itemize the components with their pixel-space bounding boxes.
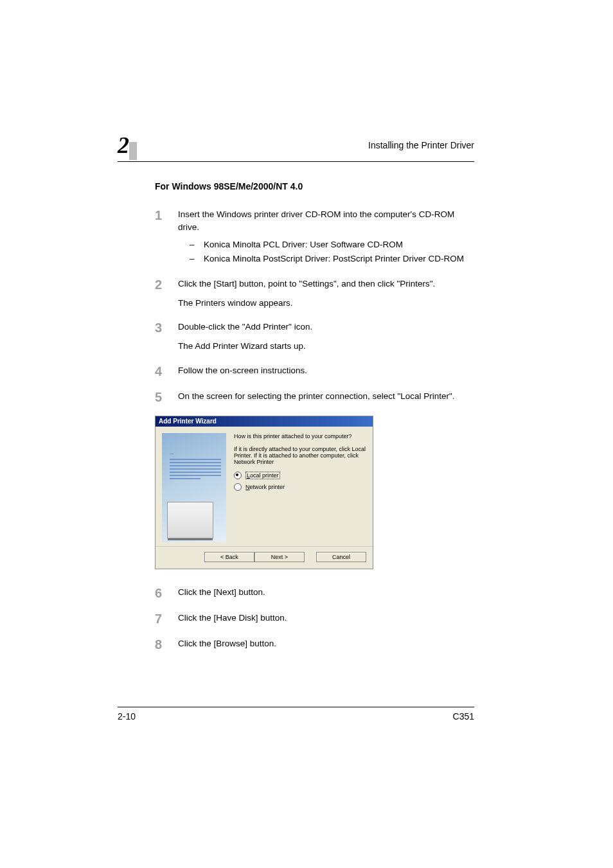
step-number: 7 <box>155 612 178 626</box>
radio-local-printer[interactable]: Local printer <box>234 472 366 479</box>
step: 6 Click the [Next] button. <box>155 586 474 600</box>
step-body: Double-click the "Add Printer" icon. The… <box>178 321 474 352</box>
step-text: Click the [Next] button. <box>178 586 474 599</box>
radio-icon <box>234 483 242 491</box>
manual-page: 2 Installing the Printer Driver For Wind… <box>0 0 613 868</box>
dash-icon: – <box>190 238 204 251</box>
step-number: 4 <box>155 364 178 378</box>
sub-item: – Konica Minolta PostScript Driver: Post… <box>190 252 474 265</box>
step-body: On the screen for selecting the printer … <box>178 390 474 404</box>
wizard-description: If it is directly attached to your compu… <box>234 446 366 465</box>
page-number: 2-10 <box>118 711 136 722</box>
sub-text: Konica Minolta PCL Driver: User Software… <box>204 238 403 251</box>
step-body: Insert the Windows printer driver CD-ROM… <box>178 208 474 266</box>
radio-label: Network printer <box>245 484 285 490</box>
step-number: 2 <box>155 278 178 309</box>
radio-network-printer[interactable]: Network printer <box>234 483 366 491</box>
sub-list: – Konica Minolta PCL Driver: User Softwa… <box>178 238 474 265</box>
step-text: Click the [Have Disk] button. <box>178 612 474 624</box>
add-printer-wizard-dialog: Add Printer Wizard — How is this printer… <box>155 416 373 569</box>
wizard-content: How is this printer attached to your com… <box>226 433 366 542</box>
sub-text: Konica Minolta PostScript Driver: PostSc… <box>204 252 464 265</box>
step-after: The Printers window appears. <box>178 297 474 310</box>
content: 2 Installing the Printer Driver For Wind… <box>118 132 474 663</box>
step-text: Double-click the "Add Printer" icon. <box>178 321 474 333</box>
wizard-footer: < Back Next > Cancel <box>155 546 373 569</box>
header-title: Installing the Printer Driver <box>368 140 474 150</box>
step-number: 5 <box>155 390 178 404</box>
step-number: 8 <box>155 637 178 651</box>
next-button[interactable]: Next > <box>254 552 305 562</box>
step-body: Follow the on-screen instructions. <box>178 364 474 378</box>
dash-icon: – <box>190 252 204 265</box>
step: 7 Click the [Have Disk] button. <box>155 612 474 626</box>
radio-label: Local printer <box>245 472 280 479</box>
step-text: Click the [Start] button, point to "Sett… <box>178 278 474 290</box>
step-text: Insert the Windows printer driver CD-ROM… <box>178 208 474 233</box>
section-title: For Windows 98SE/Me/2000/NT 4.0 <box>155 181 474 191</box>
chapter-number-shadow <box>129 142 137 160</box>
wizard-sidebar-image: — <box>162 433 226 542</box>
step-number: 3 <box>155 321 178 352</box>
step-number: 1 <box>155 208 178 266</box>
model-number: C351 <box>453 711 474 722</box>
step: 4 Follow the on-screen instructions. <box>155 364 474 378</box>
step: 2 Click the [Start] button, point to "Se… <box>155 278 474 309</box>
step-text: Follow the on-screen instructions. <box>178 364 474 377</box>
step-after: The Add Printer Wizard starts up. <box>178 340 474 353</box>
step: 8 Click the [Browse] button. <box>155 637 474 651</box>
wizard-question: How is this printer attached to your com… <box>234 433 366 439</box>
step: 5 On the screen for selecting the printe… <box>155 390 474 404</box>
radio-icon <box>234 472 242 479</box>
sub-item: – Konica Minolta PCL Driver: User Softwa… <box>190 238 474 251</box>
step: 1 Insert the Windows printer driver CD-R… <box>155 208 474 266</box>
step-text: Click the [Browse] button. <box>178 637 474 650</box>
step-body: Click the [Start] button, point to "Sett… <box>178 278 474 309</box>
step: 3 Double-click the "Add Printer" icon. T… <box>155 321 474 352</box>
back-button[interactable]: < Back <box>204 552 254 562</box>
wizard-body: — How is this printer attached to your c… <box>155 427 373 546</box>
step-number: 6 <box>155 586 178 600</box>
cancel-button[interactable]: Cancel <box>316 552 366 562</box>
page-footer: 2-10 C351 <box>118 707 474 722</box>
step-text: On the screen for selecting the printer … <box>178 390 474 403</box>
wizard-titlebar: Add Printer Wizard <box>155 416 373 427</box>
page-header: 2 Installing the Printer Driver <box>118 132 474 162</box>
